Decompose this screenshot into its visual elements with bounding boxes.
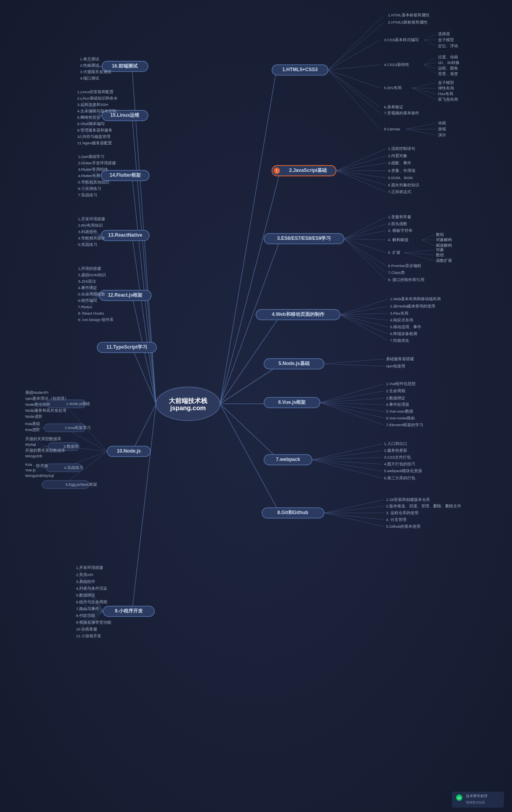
svg-text:4. 解构赋值: 4. 解构赋值 — [388, 237, 408, 242]
svg-text:1.Vue组件化思想: 1.Vue组件化思想 — [386, 381, 416, 386]
svg-text:6.第三方库的打包: 6.第三方库的打包 — [384, 476, 415, 480]
svg-text:数组: 数组 — [436, 253, 444, 257]
svg-text:定位、浮动: 定位、浮动 — [438, 44, 458, 48]
svg-text:3.CSS基本样式编写: 3.CSS基本样式编写 — [384, 38, 419, 42]
svg-text:3. 远程仓库的使用: 3. 远程仓库的使用 — [386, 511, 418, 515]
svg-text:2.JavaScript基础: 2.JavaScript基础 — [289, 168, 327, 173]
svg-text:过渡、动画: 过渡、动画 — [438, 55, 458, 59]
svg-text:1.开发环境搭建: 1.开发环境搭建 — [76, 565, 103, 570]
svg-text:Node服务和高并发处理: Node服务和高并发处理 — [25, 408, 66, 413]
svg-text:3.ES6/ES7/ES8/ES9学习: 3.ES6/ES7/ES8/ES9学习 — [277, 235, 331, 241]
svg-text:2.版本推送、回退、管理、删除、删除文件: 2.版本推送、回退、管理、删除、删除文件 — [386, 504, 461, 508]
svg-text:4.事件绑定: 4.事件绑定 — [78, 285, 97, 290]
svg-text:1.HTML5+CSS3: 1.HTML5+CSS3 — [282, 67, 318, 72]
svg-text:1.入口和出口: 1.入口和出口 — [384, 441, 407, 446]
svg-text:15.Linux运维: 15.Linux运维 — [110, 112, 140, 118]
svg-text:5.实战练习: 5.实战练习 — [78, 242, 97, 247]
svg-text:演示: 演示 — [438, 133, 446, 137]
svg-text:1.Git安装和创建版本仓库: 1.Git安装和创建版本仓库 — [386, 497, 430, 502]
svg-text:7.路由与事件: 7.路由与事件 — [76, 607, 99, 611]
svg-text:2.Koa框架学习: 2.Koa框架学习 — [65, 425, 91, 430]
svg-text:13.ReactNative: 13.ReactNative — [108, 232, 142, 238]
svg-text:9. 接口的制作和引用: 9. 接口的制作和引用 — [388, 277, 424, 282]
svg-text:1.开发环境搭建: 1.开发环境搭建 — [78, 217, 105, 221]
svg-text:技术胖学程序: 技术胖学程序 — [466, 794, 488, 798]
svg-text:11.TypeScript学习: 11.TypeScript学习 — [106, 344, 147, 350]
svg-text:10.内存与磁盘管理: 10.内存与磁盘管理 — [77, 134, 110, 139]
svg-text:动画: 动画 — [438, 121, 446, 125]
svg-text:Koa进阶: Koa进阶 — [25, 427, 40, 432]
svg-text:基础服务器搭建: 基础服务器搭建 — [386, 357, 414, 361]
svg-text:3.JSX语法: 3.JSX语法 — [78, 279, 96, 283]
svg-text:3. 模板字符串: 3. 模板字符串 — [388, 228, 412, 233]
svg-text:Vue.js: Vue.js — [25, 468, 36, 472]
svg-text:盒子模型: 盒子模型 — [438, 38, 454, 42]
svg-text:8.Git和Github: 8.Git和Github — [277, 510, 308, 515]
svg-text:14.Flutter框架: 14.Flutter框架 — [110, 172, 141, 178]
svg-text:8.付款功能: 8.付款功能 — [76, 613, 95, 618]
svg-text:选择器: 选择器 — [438, 32, 450, 36]
svg-text:大前端技术栈: 大前端技术栈 — [168, 397, 208, 404]
svg-text:5.webpack模块化资源: 5.webpack模块化资源 — [384, 469, 422, 473]
svg-text:9.管理服务器和服务: 9.管理服务器和服务 — [77, 128, 112, 132]
svg-text:4. 分支管理: 4. 分支管理 — [386, 517, 406, 522]
svg-text:6.Vue.js框架: 6.Vue.js框架 — [278, 399, 306, 405]
svg-text:7.正则表达式: 7.正则表达式 — [388, 190, 411, 194]
svg-text:4.Web和移动页面的制作: 4.Web和移动页面的制作 — [272, 311, 324, 317]
svg-text:2.Flutter开发环境搭建: 2.Flutter开发环境搭建 — [78, 161, 116, 165]
svg-text:3.函数、事件: 3.函数、事件 — [388, 161, 411, 165]
svg-text:11.小游戏开发: 11.小游戏开发 — [76, 634, 101, 638]
svg-text:7.性能优化: 7.性能优化 — [390, 338, 409, 343]
svg-text:对象解构: 对象解构 — [436, 237, 452, 242]
svg-text:5.移动适用、事件: 5.移动适用、事件 — [390, 325, 421, 329]
svg-text:弹性布局: 弹性布局 — [438, 86, 454, 90]
svg-text:4.CSS3新特性: 4.CSS3新特性 — [384, 62, 409, 67]
svg-text:3.数据库: 3.数据库 — [64, 444, 79, 449]
svg-text:MongoDB/MySql: MongoDB/MySql — [25, 473, 54, 478]
svg-text:12.React.js框架: 12.React.js框架 — [108, 292, 143, 298]
svg-text:4.图片打包的技巧: 4.图片打包的技巧 — [384, 462, 415, 466]
svg-text:2.HTML5新标签和属性: 2.HTML5新标签和属性 — [388, 20, 428, 24]
svg-text:6.终端设备检测: 6.终端设备检测 — [390, 331, 417, 336]
svg-text:2.常用API: 2.常用API — [76, 573, 93, 577]
svg-text:npm基本用法（包管理）: npm基本用法（包管理） — [25, 396, 68, 401]
svg-text:6.组件与生命周期: 6.组件与生命周期 — [76, 600, 107, 604]
svg-text:16.前端测试: 16.前端测试 — [112, 63, 138, 69]
svg-text:6.Shell脚本编写: 6.Shell脚本编写 — [77, 122, 105, 126]
svg-text:2.服务热更新: 2.服务热更新 — [384, 448, 407, 453]
svg-text:1.Dart基础学习: 1.Dart基础学习 — [78, 154, 104, 159]
svg-text:5. 扩展: 5. 扩展 — [388, 250, 400, 255]
svg-text:数组: 数组 — [436, 232, 444, 237]
svg-text:边框、圆角: 边框、圆角 — [438, 66, 458, 70]
svg-text:3.远程连接和SSH: 3.远程连接和SSH — [77, 102, 108, 107]
svg-text:基础NodeAPI: 基础NodeAPI — [25, 390, 48, 395]
svg-text:11.Nginx服务器配置: 11.Nginx服务器配置 — [77, 141, 112, 145]
svg-text:函数扩展: 函数扩展 — [436, 258, 452, 263]
svg-text:3.Flutter常用组件: 3.Flutter常用组件 — [78, 167, 108, 172]
svg-text:3.Flex布局: 3.Flex布局 — [390, 311, 408, 315]
svg-text:3.列表组件: 3.列表组件 — [78, 229, 97, 234]
svg-text:2D、3D转换: 2D、3D转换 — [438, 60, 460, 65]
svg-text:W: W — [458, 796, 461, 800]
svg-text:7.音视频的基本操作: 7.音视频的基本操作 — [384, 111, 419, 115]
svg-text:7.Element框架的学习: 7.Element框架的学习 — [386, 423, 423, 427]
svg-text:2.@media媒体查询的使用: 2.@media媒体查询的使用 — [390, 304, 435, 308]
svg-text:5.Github的基本使用: 5.Github的基本使用 — [386, 524, 420, 529]
mind-map-container: 大前端技术栈 jspang.com 1.HTML5+CSS3 1.HTML基本标… — [0, 0, 512, 812]
svg-text:MySql: MySql — [25, 442, 36, 447]
svg-text:8. React Hooks: 8. React Hooks — [78, 311, 104, 315]
svg-text:开源的关系型数据库: 开源的关系型数据库 — [25, 437, 61, 441]
svg-text:5.DIV布局: 5.DIV布局 — [384, 86, 402, 90]
svg-text:4.事件处理器: 4.事件处理器 — [386, 402, 409, 407]
svg-text:1.Web基本布局和移动端布局: 1.Web基本布局和移动端布局 — [390, 297, 441, 301]
svg-text:8.Canvas: 8.Canvas — [384, 127, 400, 131]
svg-text:4.实战练习: 4.实战练习 — [64, 465, 83, 470]
svg-text:1.HTML基本标签和属性: 1.HTML基本标签和属性 — [388, 13, 430, 17]
svg-text:5.数据绑定: 5.数据绑定 — [76, 593, 95, 597]
svg-text:4.列表与条件渲染: 4.列表与条件渲染 — [76, 586, 107, 591]
svg-text:7.webpack: 7.webpack — [276, 457, 300, 462]
svg-text:npm包使用: npm包使用 — [386, 364, 405, 368]
svg-text:2.内置对象: 2.内置对象 — [388, 154, 407, 158]
svg-text:双飞燕布局: 双飞燕布局 — [438, 97, 458, 102]
svg-text:1.流程控制语句: 1.流程控制语句 — [388, 146, 415, 151]
